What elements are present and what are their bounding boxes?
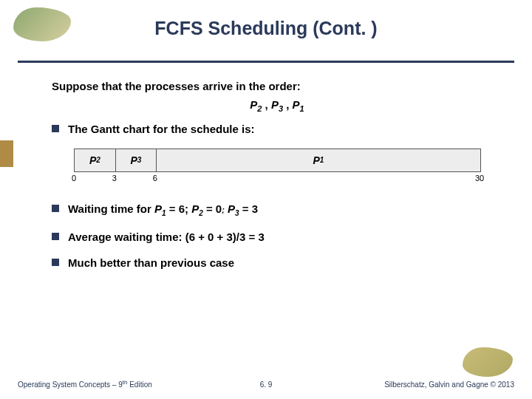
gantt-tick-0: 0 [72,174,76,183]
gantt-tick-30: 30 [475,174,484,183]
bullet-waiting-time: Waiting time for P1 = 6; P2 = 0; P3 = 3 [52,202,502,218]
intro-line: Suppose that the processes arrive in the… [52,80,502,92]
header: FCFS Scheduling (Cont. ) [0,0,532,63]
gantt-tick-6: 6 [153,174,157,183]
footer-right: Silberschatz, Galvin and Gagne © 2013 [384,381,514,389]
bullet-list-bottom: Waiting time for P1 = 6; P2 = 0; P3 = 3 … [52,202,502,270]
bullet-gantt-intro: The Gantt chart for the schedule is: [52,122,502,137]
gantt-tick-3: 3 [112,174,117,183]
process-order: P2 , P3 , P1 [52,98,502,113]
bullet-list-top: The Gantt chart for the schedule is: [52,122,502,137]
gantt-ticks: 03630 [74,172,481,184]
footer-center: 6. 9 [260,381,273,389]
bullet-average: Average waiting time: (6 + 0 + 3)/3 = 3 [52,230,502,245]
gantt-chart: P2P3P1 [74,149,481,172]
bullet-better: Much better than previous case [52,256,502,270]
title-underline [18,61,514,63]
slide: FCFS Scheduling (Cont. ) Suppose that th… [0,0,532,399]
gantt-segment-P3: P3 [115,149,156,171]
dinosaur-image-bottom-right [463,347,513,377]
content-area: Suppose that the processes arrive in the… [52,80,502,282]
gantt-segment-P1: P1 [156,149,480,171]
gantt-chart-container: P2P3P1 03630 [74,149,495,184]
page-title: FCFS Scheduling (Cont. ) [0,0,532,39]
footer-left: Operating System Concepts – 9th Edition [18,379,152,389]
gantt-segment-P2: P2 [75,149,115,171]
accent-rail [0,140,13,167]
